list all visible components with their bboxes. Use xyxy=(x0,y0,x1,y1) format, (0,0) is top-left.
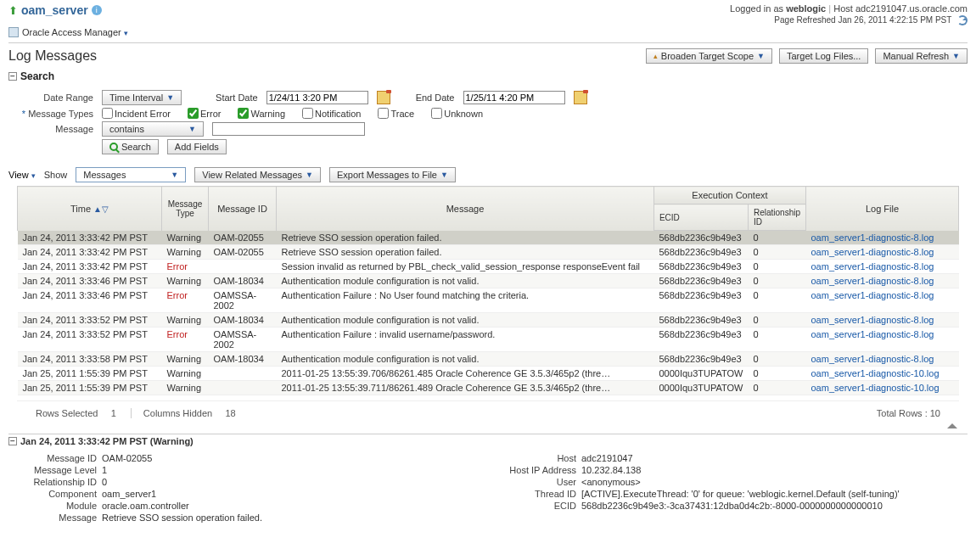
log-file-link[interactable]: oam_server1-diagnostic-8.log xyxy=(811,290,934,300)
table-row[interactable]: Jan 24, 2011 3:33:42 PM PSTErrorSession … xyxy=(18,260,959,274)
message-types-label: Message Types xyxy=(28,109,93,119)
table-row[interactable]: Jan 24, 2011 3:33:42 PM PSTWarningOAM-02… xyxy=(18,245,959,260)
log-file-link[interactable]: oam_server1-diagnostic-8.log xyxy=(811,261,934,272)
detail-collapse-icon[interactable]: − xyxy=(8,437,17,445)
col-ecid[interactable]: ECID xyxy=(653,204,748,231)
export-button[interactable]: Export Messages to File ▼ xyxy=(329,167,456,182)
total-rows-value: 10 xyxy=(930,408,940,418)
detail-v-relationship-id: 0 xyxy=(102,477,107,487)
search-section-label: Search xyxy=(20,70,54,82)
col-log-file[interactable]: Log File xyxy=(806,187,959,231)
info-icon[interactable]: i xyxy=(92,5,102,15)
detail-v-ecid[interactable]: 568db2236c9b49e3:-3ca37431:12dba0d4c2b:-… xyxy=(581,501,883,511)
add-fields-button[interactable]: Add Fields xyxy=(167,139,227,154)
show-label: Show xyxy=(44,170,68,180)
chk-notification[interactable]: Notification xyxy=(302,108,361,119)
detail-v-host-ip: 10.232.84.138 xyxy=(581,465,641,475)
rows-selected-label: Rows Selected xyxy=(36,408,98,418)
message-filter-input[interactable] xyxy=(212,122,365,136)
detail-k-module: Module xyxy=(8,501,102,511)
resize-handle-icon[interactable] xyxy=(947,423,957,428)
detail-header: Jan 24, 2011 3:33:42 PM PST (Warning) xyxy=(20,436,194,446)
sort-icon[interactable]: ▲▽ xyxy=(93,204,109,214)
detail-k-message: Message xyxy=(8,512,102,523)
col-time[interactable]: Time xyxy=(70,204,91,214)
chk-error[interactable]: Error xyxy=(188,108,221,119)
log-file-link[interactable]: oam_server1-diagnostic-10.log xyxy=(811,383,940,393)
show-select[interactable]: Messages▼ xyxy=(76,167,186,182)
start-date-cal-icon[interactable] xyxy=(377,91,390,104)
start-date-label: Start Date xyxy=(216,92,258,103)
log-file-link[interactable]: oam_server1-diagnostic-8.log xyxy=(811,232,934,243)
date-range-label: Date Range xyxy=(8,92,93,103)
cols-hidden-label: Columns Hidden xyxy=(143,408,212,418)
table-row[interactable]: Jan 24, 2011 3:33:42 PM PSTWarningOAM-02… xyxy=(18,231,959,245)
cols-hidden-value: 18 xyxy=(225,408,235,418)
log-file-link[interactable]: oam_server1-diagnostic-8.log xyxy=(811,354,934,364)
detail-k-message-id: Message ID xyxy=(8,453,102,463)
detail-v-thread-id: [ACTIVE].ExecuteThread: '0' for queue: '… xyxy=(581,489,900,499)
view-menu[interactable]: View ▾ xyxy=(8,170,36,180)
app-menu-icon[interactable] xyxy=(8,27,19,37)
detail-k-user: User xyxy=(488,477,581,487)
view-related-button[interactable]: View Related Messages ▼ xyxy=(194,167,321,182)
col-message-type[interactable]: Message Type xyxy=(162,187,209,231)
table-row[interactable]: Jan 24, 2011 3:33:46 PM PSTWarningOAM-18… xyxy=(18,274,959,288)
chk-unknown[interactable]: Unknown xyxy=(431,108,483,119)
detail-v-host: adc2191047 xyxy=(581,453,633,463)
status-up-icon: ⬆ xyxy=(8,4,18,17)
detail-v-message-id: OAM-02055 xyxy=(102,453,152,463)
collapse-icon[interactable]: − xyxy=(8,72,17,81)
server-name: oam_server xyxy=(21,3,88,17)
detail-k-host-ip: Host IP Address xyxy=(488,465,581,475)
table-row[interactable]: Jan 24, 2011 3:33:52 PM PSTErrorOAMSSA-2… xyxy=(18,328,959,352)
log-file-link[interactable]: oam_server1-diagnostic-10.log xyxy=(811,368,940,378)
manual-refresh-button[interactable]: Manual Refresh▼ xyxy=(875,48,968,64)
page-refresh-time: Page Refreshed Jan 26, 2011 4:22:15 PM P… xyxy=(730,15,968,25)
message-op-select[interactable]: contains▼ xyxy=(102,121,204,137)
search-button[interactable]: Search xyxy=(102,139,159,154)
table-row[interactable]: Jan 25, 2011 1:55:39 PM PSTWarning2011-0… xyxy=(18,367,959,381)
end-date-label: End Date xyxy=(416,92,455,103)
detail-v-component: oam_server1 xyxy=(102,489,156,499)
date-range-select[interactable]: Time Interval▼ xyxy=(102,90,182,105)
search-form: Date Range Time Interval▼ Start Date End… xyxy=(0,84,976,164)
app-menu[interactable]: Oracle Access Manager ▾ xyxy=(22,27,128,37)
detail-k-relationship-id: Relationship ID xyxy=(8,477,102,487)
col-message[interactable]: Message xyxy=(277,187,654,231)
log-file-link[interactable]: oam_server1-diagnostic-8.log xyxy=(811,329,934,339)
table-row[interactable]: Jan 25, 2011 1:55:39 PM PSTWarning2011-0… xyxy=(18,381,959,395)
col-message-id[interactable]: Message ID xyxy=(209,187,277,231)
log-file-link[interactable]: oam_server1-diagnostic-8.log xyxy=(811,276,934,286)
end-date-input[interactable] xyxy=(463,91,565,104)
chk-trace[interactable]: Trace xyxy=(378,108,414,119)
refresh-icon[interactable] xyxy=(957,15,968,25)
page-title: Log Messages xyxy=(8,48,97,64)
log-file-link[interactable]: oam_server1-diagnostic-8.log xyxy=(811,247,934,257)
table-row[interactable]: Jan 24, 2011 3:33:52 PM PSTWarningOAM-18… xyxy=(18,313,959,328)
total-rows-label: Total Rows : xyxy=(877,408,930,418)
log-file-link[interactable]: oam_server1-diagnostic-8.log xyxy=(811,315,934,325)
detail-k-thread-id: Thread ID xyxy=(488,489,581,499)
end-date-cal-icon[interactable] xyxy=(574,91,587,104)
detail-v-message-level: 1 xyxy=(102,465,107,475)
detail-v-user: <anonymous> xyxy=(581,477,641,487)
broaden-scope-button[interactable]: ▴ Broaden Target Scope ▼ xyxy=(646,48,772,64)
message-filter-label: Message xyxy=(8,124,93,134)
chk-warning[interactable]: Warning xyxy=(238,108,285,119)
detail-k-component: Component xyxy=(8,489,102,499)
table-row[interactable]: Jan 24, 2011 3:33:46 PM PSTErrorOAMSSA-2… xyxy=(18,288,959,313)
detail-k-ecid: ECID xyxy=(488,501,581,511)
table-row[interactable]: Jan 24, 2011 3:33:58 PM PSTWarningOAM-18… xyxy=(18,352,959,367)
col-relationship-id[interactable]: Relationship ID xyxy=(748,204,805,231)
detail-k-host: Host xyxy=(488,453,581,463)
detail-k-message-level: Message Level xyxy=(8,465,102,475)
detail-v-message: Retrieve SSO session operation failed. xyxy=(102,512,262,523)
login-status: Logged in as weblogic | Host adc2191047.… xyxy=(730,3,968,14)
detail-v-module: oracle.oam.controller xyxy=(102,501,189,511)
col-exec-ctx: Execution Context xyxy=(653,187,805,204)
log-table: Time ▲▽ Message Type Message ID Message … xyxy=(17,186,959,395)
target-log-files-button[interactable]: Target Log Files... xyxy=(779,48,868,64)
start-date-input[interactable] xyxy=(266,91,368,104)
chk-incident-error[interactable]: Incident Error xyxy=(102,108,171,119)
